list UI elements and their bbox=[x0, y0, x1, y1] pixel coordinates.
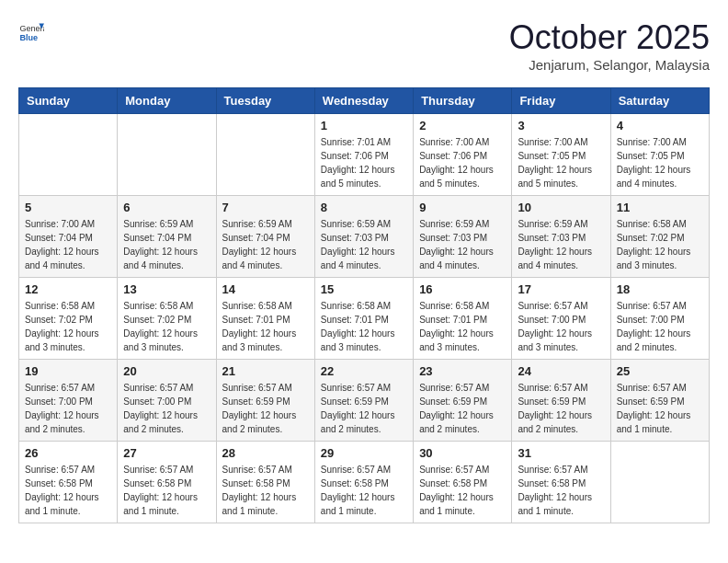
logo: General Blue bbox=[18, 18, 44, 44]
page-header: General Blue October 2025 Jenjarum, Sela… bbox=[18, 18, 710, 73]
weekday-header-monday: Monday bbox=[118, 88, 216, 114]
weekday-header-row: SundayMondayTuesdayWednesdayThursdayFrid… bbox=[19, 88, 710, 114]
calendar-cell: 20Sunrise: 6:57 AMSunset: 7:00 PMDayligh… bbox=[118, 360, 216, 442]
day-info: Sunrise: 6:57 AMSunset: 6:59 PMDaylight:… bbox=[617, 381, 703, 436]
calendar-cell: 10Sunrise: 6:59 AMSunset: 7:03 PMDayligh… bbox=[512, 196, 610, 278]
day-info: Sunrise: 6:58 AMSunset: 7:02 PMDaylight:… bbox=[617, 217, 703, 272]
day-number: 4 bbox=[617, 119, 703, 132]
calendar-cell: 22Sunrise: 6:57 AMSunset: 6:59 PMDayligh… bbox=[314, 360, 413, 442]
day-number: 17 bbox=[518, 282, 604, 296]
day-number: 6 bbox=[123, 201, 210, 214]
calendar-cell: 11Sunrise: 6:58 AMSunset: 7:02 PMDayligh… bbox=[610, 196, 709, 278]
week-row-2: 5Sunrise: 7:00 AMSunset: 7:04 PMDaylight… bbox=[19, 196, 710, 278]
calendar-cell: 23Sunrise: 6:57 AMSunset: 6:59 PMDayligh… bbox=[414, 360, 512, 442]
day-info: Sunrise: 6:57 AMSunset: 7:00 PMDaylight:… bbox=[123, 381, 210, 436]
day-number: 28 bbox=[222, 446, 309, 460]
day-info: Sunrise: 6:57 AMSunset: 6:58 PMDaylight:… bbox=[419, 463, 506, 518]
day-info: Sunrise: 6:57 AMSunset: 7:00 PMDaylight:… bbox=[617, 299, 703, 354]
week-row-3: 12Sunrise: 6:58 AMSunset: 7:02 PMDayligh… bbox=[19, 278, 710, 360]
day-info: Sunrise: 6:58 AMSunset: 7:01 PMDaylight:… bbox=[419, 299, 506, 354]
calendar-cell: 17Sunrise: 6:57 AMSunset: 7:00 PMDayligh… bbox=[512, 278, 610, 360]
day-number: 12 bbox=[25, 282, 111, 296]
day-info: Sunrise: 6:57 AMSunset: 6:59 PMDaylight:… bbox=[321, 381, 407, 436]
day-number: 29 bbox=[321, 446, 407, 460]
day-info: Sunrise: 6:57 AMSunset: 7:00 PMDaylight:… bbox=[518, 299, 604, 354]
calendar-cell: 1Sunrise: 7:01 AMSunset: 7:06 PMDaylight… bbox=[314, 114, 413, 196]
day-number: 27 bbox=[123, 446, 210, 460]
day-info: Sunrise: 7:01 AMSunset: 7:06 PMDaylight:… bbox=[321, 135, 407, 190]
weekday-header-tuesday: Tuesday bbox=[216, 88, 314, 114]
location: Jenjarum, Selangor, Malaysia bbox=[509, 57, 710, 73]
day-number: 13 bbox=[123, 282, 210, 296]
day-number: 22 bbox=[321, 364, 407, 378]
weekday-header-thursday: Thursday bbox=[414, 88, 512, 114]
day-info: Sunrise: 6:57 AMSunset: 6:59 PMDaylight:… bbox=[222, 381, 309, 436]
title-section: October 2025 Jenjarum, Selangor, Malaysi… bbox=[509, 18, 710, 73]
calendar-cell bbox=[19, 114, 118, 196]
day-info: Sunrise: 6:59 AMSunset: 7:03 PMDaylight:… bbox=[419, 217, 506, 272]
day-number: 9 bbox=[419, 201, 506, 214]
day-info: Sunrise: 6:57 AMSunset: 6:59 PMDaylight:… bbox=[419, 381, 506, 436]
calendar-cell: 27Sunrise: 6:57 AMSunset: 6:58 PMDayligh… bbox=[118, 442, 216, 523]
day-info: Sunrise: 6:58 AMSunset: 7:01 PMDaylight:… bbox=[321, 299, 407, 354]
calendar-cell: 16Sunrise: 6:58 AMSunset: 7:01 PMDayligh… bbox=[414, 278, 512, 360]
calendar-cell: 29Sunrise: 6:57 AMSunset: 6:58 PMDayligh… bbox=[314, 442, 413, 523]
day-info: Sunrise: 6:58 AMSunset: 7:02 PMDaylight:… bbox=[25, 299, 111, 354]
day-number: 23 bbox=[419, 364, 506, 378]
day-number: 8 bbox=[321, 201, 407, 214]
day-number: 2 bbox=[419, 119, 506, 132]
day-number: 14 bbox=[222, 282, 309, 296]
day-number: 16 bbox=[419, 282, 506, 296]
calendar-cell: 28Sunrise: 6:57 AMSunset: 6:58 PMDayligh… bbox=[216, 442, 314, 523]
calendar-cell bbox=[216, 114, 314, 196]
day-info: Sunrise: 6:59 AMSunset: 7:04 PMDaylight:… bbox=[222, 217, 309, 272]
calendar-cell: 24Sunrise: 6:57 AMSunset: 6:59 PMDayligh… bbox=[512, 360, 610, 442]
calendar-cell: 13Sunrise: 6:58 AMSunset: 7:02 PMDayligh… bbox=[118, 278, 216, 360]
day-number: 1 bbox=[321, 119, 407, 132]
calendar-cell: 30Sunrise: 6:57 AMSunset: 6:58 PMDayligh… bbox=[414, 442, 512, 523]
logo-icon: General Blue bbox=[18, 18, 44, 44]
week-row-4: 19Sunrise: 6:57 AMSunset: 7:00 PMDayligh… bbox=[19, 360, 710, 442]
day-info: Sunrise: 6:59 AMSunset: 7:03 PMDaylight:… bbox=[518, 217, 604, 272]
day-info: Sunrise: 7:00 AMSunset: 7:06 PMDaylight:… bbox=[419, 135, 506, 190]
day-number: 5 bbox=[25, 201, 111, 214]
calendar-table: SundayMondayTuesdayWednesdayThursdayFrid… bbox=[18, 87, 710, 523]
calendar-cell: 6Sunrise: 6:59 AMSunset: 7:04 PMDaylight… bbox=[118, 196, 216, 278]
calendar-cell: 15Sunrise: 6:58 AMSunset: 7:01 PMDayligh… bbox=[314, 278, 413, 360]
day-number: 26 bbox=[25, 446, 111, 460]
calendar-cell: 7Sunrise: 6:59 AMSunset: 7:04 PMDaylight… bbox=[216, 196, 314, 278]
calendar-cell: 21Sunrise: 6:57 AMSunset: 6:59 PMDayligh… bbox=[216, 360, 314, 442]
day-number: 15 bbox=[321, 282, 407, 296]
month-title: October 2025 bbox=[509, 18, 710, 57]
day-info: Sunrise: 6:58 AMSunset: 7:02 PMDaylight:… bbox=[123, 299, 210, 354]
calendar-cell: 2Sunrise: 7:00 AMSunset: 7:06 PMDaylight… bbox=[414, 114, 512, 196]
day-number: 21 bbox=[222, 364, 309, 378]
day-info: Sunrise: 7:00 AMSunset: 7:04 PMDaylight:… bbox=[25, 217, 111, 272]
weekday-header-friday: Friday bbox=[512, 88, 610, 114]
day-info: Sunrise: 6:57 AMSunset: 6:58 PMDaylight:… bbox=[123, 463, 210, 518]
weekday-header-sunday: Sunday bbox=[19, 88, 118, 114]
day-info: Sunrise: 7:00 AMSunset: 7:05 PMDaylight:… bbox=[518, 135, 604, 190]
calendar-cell: 3Sunrise: 7:00 AMSunset: 7:05 PMDaylight… bbox=[512, 114, 610, 196]
calendar-cell: 9Sunrise: 6:59 AMSunset: 7:03 PMDaylight… bbox=[414, 196, 512, 278]
day-info: Sunrise: 6:58 AMSunset: 7:01 PMDaylight:… bbox=[222, 299, 309, 354]
day-info: Sunrise: 6:57 AMSunset: 6:58 PMDaylight:… bbox=[321, 463, 407, 518]
weekday-header-wednesday: Wednesday bbox=[314, 88, 413, 114]
calendar-cell: 4Sunrise: 7:00 AMSunset: 7:05 PMDaylight… bbox=[610, 114, 709, 196]
day-info: Sunrise: 6:59 AMSunset: 7:03 PMDaylight:… bbox=[321, 217, 407, 272]
calendar-cell: 19Sunrise: 6:57 AMSunset: 7:00 PMDayligh… bbox=[19, 360, 118, 442]
day-number: 18 bbox=[617, 282, 703, 296]
calendar-cell: 31Sunrise: 6:57 AMSunset: 6:58 PMDayligh… bbox=[512, 442, 610, 523]
calendar-cell: 12Sunrise: 6:58 AMSunset: 7:02 PMDayligh… bbox=[19, 278, 118, 360]
day-number: 25 bbox=[617, 364, 703, 378]
calendar-cell bbox=[118, 114, 216, 196]
week-row-1: 1Sunrise: 7:01 AMSunset: 7:06 PMDaylight… bbox=[19, 114, 710, 196]
calendar-cell: 5Sunrise: 7:00 AMSunset: 7:04 PMDaylight… bbox=[19, 196, 118, 278]
day-number: 30 bbox=[419, 446, 506, 460]
day-info: Sunrise: 6:57 AMSunset: 6:58 PMDaylight:… bbox=[518, 463, 604, 518]
calendar-cell: 14Sunrise: 6:58 AMSunset: 7:01 PMDayligh… bbox=[216, 278, 314, 360]
day-number: 10 bbox=[518, 201, 604, 214]
day-number: 19 bbox=[25, 364, 111, 378]
day-info: Sunrise: 6:57 AMSunset: 6:58 PMDaylight:… bbox=[25, 463, 111, 518]
calendar-cell bbox=[610, 442, 709, 523]
